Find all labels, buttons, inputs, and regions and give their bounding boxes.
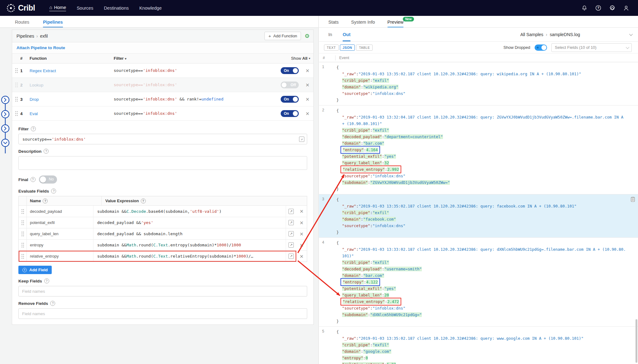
add-field-button[interactable]: + Add Field	[18, 266, 52, 274]
drag-handle-icon[interactable]	[15, 82, 18, 87]
expand-editor-icon[interactable]: ↗	[288, 220, 294, 225]
value-help-icon[interactable]: ?	[141, 198, 146, 203]
final-help-icon[interactable]: ?	[31, 177, 36, 182]
settings-gear-icon[interactable]	[609, 5, 616, 11]
cribl-brand[interactable]: Cribl	[7, 3, 35, 12]
breadcrumb-pipelines[interactable]: Pipelines	[17, 34, 34, 39]
eval-field-name[interactable]: potential_exfil	[27, 217, 93, 228]
drag-handle-icon[interactable]	[21, 209, 24, 214]
remove-field-icon[interactable]: ×	[300, 242, 303, 248]
function-name-link[interactable]: Regex Extract	[30, 68, 56, 73]
eval-field-name[interactable]: entropy	[27, 240, 93, 250]
filter-help-icon[interactable]: ?	[31, 126, 36, 131]
collapse-function-4-icon[interactable]	[2, 139, 9, 147]
remove-field-icon[interactable]: ×	[300, 231, 303, 237]
remove-field-icon[interactable]: ×	[300, 208, 303, 214]
attach-pipeline-link[interactable]: Attach Pipeline to Route	[17, 45, 65, 50]
function-row-drop[interactable]: 3Dropsourcetype=='infoblox:dns' && rank!…	[12, 92, 313, 106]
remove-field-icon[interactable]: ×	[300, 253, 303, 259]
events-scrollbar[interactable]	[636, 319, 637, 363]
eval-field-name[interactable]: decoded_payload	[27, 206, 93, 217]
evaluate-fields-help-icon[interactable]: ?	[51, 189, 56, 194]
expand-editor-icon[interactable]: ↗	[288, 254, 294, 259]
function-toggle-on[interactable]: On	[281, 96, 299, 103]
drag-handle-icon[interactable]	[15, 111, 18, 116]
expand-function-2-icon[interactable]	[2, 110, 9, 118]
function-row-lookup[interactable]: 2Lookupsourcetype=='infoblox:dns'Off×	[12, 78, 313, 92]
expand-editor-icon[interactable]: ↗	[299, 137, 304, 142]
notifications-bell-icon[interactable]	[581, 5, 588, 11]
tab-stats[interactable]: Stats	[328, 20, 339, 27]
keep-fields-input[interactable]	[18, 286, 307, 296]
eval-field-expression[interactable]: subdomain && C.Decode.base64(subdomain, …	[93, 206, 286, 217]
drag-handle-icon[interactable]	[21, 231, 24, 236]
show-dropped-toggle[interactable]	[535, 44, 547, 51]
event-row-4[interactable]: 4{"_raw":"2019-01-03 13:33:02.187 client…	[319, 238, 638, 327]
eval-row-main[interactable]: entropysubdomain && Math.round(C.Text.en…	[19, 240, 296, 250]
copy-event-icon[interactable]	[631, 197, 635, 203]
tab-preview[interactable]: PreviewNew	[388, 20, 404, 27]
eval-row-main[interactable]: potential_exfildecoded_payload && 'yes'↗	[19, 217, 296, 228]
event-row-1[interactable]: 1{"_raw":"2019-01-03 13:35:02.187 client…	[319, 62, 638, 105]
event-row-3[interactable]: 3{"_raw":"2019-01-03 13:35:02.187 client…	[319, 194, 638, 238]
function-toggle-off[interactable]: Off	[281, 82, 299, 88]
remove-function-icon[interactable]: ×	[306, 82, 309, 88]
nav-item-destinations[interactable]: Destinations	[104, 6, 129, 11]
drag-handle-icon[interactable]	[15, 68, 18, 73]
function-filter-expression[interactable]: sourcetype=='infoblox:dns'	[114, 111, 278, 116]
remove-field-icon[interactable]: ×	[300, 220, 303, 226]
tab-system-info[interactable]: System Info	[351, 20, 375, 27]
remove-function-icon[interactable]: ×	[306, 68, 309, 74]
nav-item-sources[interactable]: Sources	[77, 6, 93, 11]
eval-field-expression[interactable]: decoded_payload && subdomain.length	[93, 228, 286, 239]
pipeline-settings-gear-icon[interactable]: ⚙	[305, 33, 310, 39]
remove-fields-help-icon[interactable]: ?	[50, 301, 55, 306]
expand-editor-icon[interactable]: ↗	[288, 242, 294, 248]
expand-function-1-icon[interactable]	[2, 96, 9, 104]
drag-handle-icon[interactable]	[21, 220, 24, 225]
function-filter-expression[interactable]: sourcetype=='infoblox:dns'	[114, 68, 278, 73]
view-mode-json[interactable]: JSON	[340, 44, 355, 51]
event-row-5[interactable]: 5{"_raw":"2019-01-03 13:35:02.187 client…	[319, 327, 638, 364]
eval-field-expression[interactable]: subdomain && Math.round(C.Text.entropy(s…	[93, 240, 286, 250]
view-mode-text[interactable]: TEXT	[324, 44, 339, 51]
name-help-icon[interactable]: ?	[43, 198, 48, 203]
eval-row-main[interactable]: relative_entropysubdomain && Math.round(…	[19, 251, 296, 262]
remove-fields-input[interactable]	[18, 308, 307, 319]
function-name-link[interactable]: Lookup	[30, 83, 43, 87]
description-input[interactable]	[18, 156, 307, 170]
user-account-icon[interactable]	[623, 5, 629, 11]
view-mode-table[interactable]: TABLE	[356, 44, 373, 51]
eval-field-name[interactable]: query_label_len	[27, 228, 93, 239]
remove-function-icon[interactable]: ×	[306, 96, 309, 102]
select-fields-dropdown[interactable]: Select Fields (10 of 10)	[551, 43, 632, 52]
drag-handle-icon[interactable]	[21, 242, 24, 248]
sample-selector[interactable]: All Samples › sampleDNS.log	[520, 32, 632, 37]
tab-in[interactable]: In	[328, 28, 332, 41]
tab-routes[interactable]: Routes	[15, 20, 29, 27]
function-row-regex-extract[interactable]: 1Regex Extractsourcetype=='infoblox:dns'…	[12, 63, 313, 78]
expand-function-3-icon[interactable]	[2, 125, 9, 132]
eval-field-expression[interactable]: subdomain && Math.round(C.Text.relativeE…	[93, 251, 286, 262]
eval-field-name[interactable]: relative_entropy	[27, 251, 93, 262]
nav-item-home[interactable]: ⌂Home	[49, 5, 66, 11]
function-name-link[interactable]: Drop	[30, 97, 39, 102]
event-row-2[interactable]: 2{"_raw":"2019-01-03 13:32:04.187 client…	[319, 105, 638, 194]
function-toggle-on[interactable]: On	[281, 110, 299, 117]
eval-field-expression[interactable]: decoded_payload && 'yes'	[93, 217, 286, 228]
col-filter[interactable]: Filter▾	[114, 56, 291, 61]
expand-editor-icon[interactable]: ↗	[288, 231, 294, 236]
function-row-eval[interactable]: 4Evalsourcetype=='infoblox:dns'On×	[12, 106, 313, 121]
show-all-dropdown[interactable]: Show All▾	[291, 56, 310, 61]
drag-handle-icon[interactable]	[21, 254, 24, 259]
nav-item-knowledge[interactable]: Knowledge	[139, 6, 162, 11]
help-icon[interactable]: ?	[595, 5, 602, 11]
tab-out[interactable]: Out	[343, 28, 350, 41]
expand-editor-icon[interactable]: ↗	[288, 209, 294, 214]
remove-function-icon[interactable]: ×	[306, 110, 309, 117]
function-filter-expression[interactable]: sourcetype=='infoblox:dns'	[114, 82, 278, 87]
add-function-button[interactable]: + Add Function	[264, 32, 301, 40]
function-name-link[interactable]: Eval	[30, 111, 38, 116]
description-help-icon[interactable]: ?	[44, 149, 49, 154]
eval-row-main[interactable]: query_label_lendecoded_payload && subdom…	[19, 228, 296, 239]
